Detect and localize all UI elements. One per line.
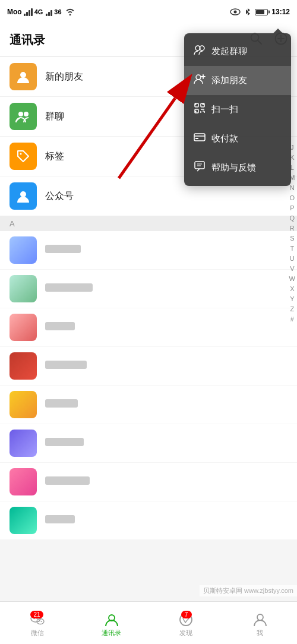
menu-payment-label: 收付款	[211, 133, 238, 144]
group-chat-start-icon	[194, 44, 206, 59]
scan-icon	[194, 102, 206, 117]
svg-point-16	[196, 75, 201, 80]
menu-item-scan[interactable]: 扫一扫	[184, 95, 291, 124]
svg-rect-22	[203, 103, 204, 105]
menu-item-help[interactable]: 帮助与反馈	[184, 153, 291, 182]
menu-item-payment[interactable]: 收付款	[184, 124, 291, 153]
menu-group-chat-label: 发起群聊	[211, 46, 247, 57]
svg-rect-20	[195, 103, 197, 105]
menu-help-label: 帮助与反馈	[211, 162, 256, 173]
menu-item-group-chat[interactable]: 发起群聊	[184, 37, 291, 66]
payment-icon	[194, 131, 206, 146]
dropdown-overlay[interactable]: 发起群聊 添加朋友 扫一扫 收付款 帮助与反馈	[0, 0, 297, 644]
svg-rect-31	[195, 138, 198, 139]
dropdown-menu: 发起群聊 添加朋友 扫一扫 收付款 帮助与反馈	[184, 33, 291, 186]
help-icon	[194, 160, 206, 175]
menu-scan-label: 扫一扫	[211, 104, 238, 115]
svg-rect-32	[195, 162, 204, 169]
menu-add-friend-label: 添加朋友	[211, 75, 247, 86]
add-friend-icon	[194, 73, 206, 88]
svg-rect-29	[194, 134, 205, 141]
menu-item-add-friend[interactable]: 添加朋友	[184, 66, 291, 95]
svg-rect-24	[195, 111, 197, 113]
